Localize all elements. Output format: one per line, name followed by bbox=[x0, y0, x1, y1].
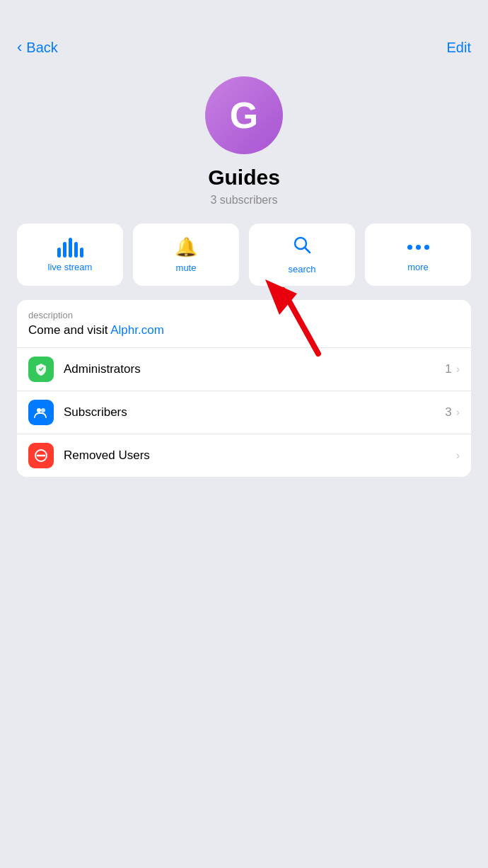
removed-users-item[interactable]: Removed Users › bbox=[17, 434, 471, 477]
removed-users-label: Removed Users bbox=[64, 449, 456, 463]
avatar: G bbox=[205, 76, 283, 154]
description-link[interactable]: Alphr.com bbox=[110, 323, 164, 337]
back-label: Back bbox=[26, 40, 57, 56]
description-section: description Come and visit Alphr.com bbox=[17, 300, 471, 348]
live-stream-button[interactable]: live stream bbox=[17, 224, 123, 286]
administrators-icon bbox=[28, 357, 54, 382]
nav-bar: ‹ Back Edit bbox=[0, 0, 488, 65]
svg-line-1 bbox=[306, 248, 310, 253]
administrators-count: 1 bbox=[445, 362, 451, 376]
svg-point-0 bbox=[295, 238, 306, 249]
action-buttons-row: live stream 🔔 mute search more bbox=[0, 224, 488, 286]
back-chevron-icon: ‹ bbox=[17, 38, 22, 57]
subscribers-label: Subscribers bbox=[64, 405, 445, 419]
info-card: description Come and visit Alphr.com Adm… bbox=[17, 300, 471, 477]
more-dots-icon bbox=[407, 238, 429, 257]
description-text: Come and visit Alphr.com bbox=[28, 323, 460, 337]
back-button[interactable]: ‹ Back bbox=[17, 38, 58, 57]
description-text-before: Come and visit bbox=[28, 323, 110, 337]
svg-point-6 bbox=[41, 408, 45, 412]
live-stream-icon bbox=[57, 238, 83, 257]
administrators-label: Administrators bbox=[64, 362, 445, 376]
search-label: search bbox=[288, 264, 315, 274]
subscribers-count: 3 bbox=[445, 405, 451, 419]
mute-label: mute bbox=[176, 262, 197, 273]
edit-button[interactable]: Edit bbox=[447, 40, 471, 56]
administrators-item[interactable]: Administrators 1 › bbox=[17, 348, 471, 391]
more-button[interactable]: more bbox=[365, 224, 471, 286]
more-label: more bbox=[407, 262, 429, 272]
svg-point-5 bbox=[37, 408, 41, 412]
channel-name: Guides bbox=[208, 166, 280, 190]
subscribers-chevron-icon: › bbox=[456, 406, 460, 419]
bell-icon: 🔔 bbox=[175, 236, 197, 258]
description-label: description bbox=[28, 310, 460, 320]
profile-section: G Guides 3 subscribers bbox=[0, 65, 488, 224]
subscribers-icon bbox=[28, 400, 54, 425]
search-button[interactable]: search bbox=[249, 224, 355, 286]
mute-button[interactable]: 🔔 mute bbox=[133, 224, 239, 286]
administrators-chevron-icon: › bbox=[456, 363, 460, 376]
removed-users-chevron-icon: › bbox=[456, 449, 460, 462]
removed-users-icon bbox=[28, 443, 54, 468]
avatar-letter: G bbox=[230, 94, 258, 137]
search-icon bbox=[292, 235, 312, 260]
subscribers-count: 3 subscribers bbox=[210, 194, 277, 207]
subscribers-item[interactable]: Subscribers 3 › bbox=[17, 391, 471, 434]
live-stream-label: live stream bbox=[48, 262, 93, 272]
